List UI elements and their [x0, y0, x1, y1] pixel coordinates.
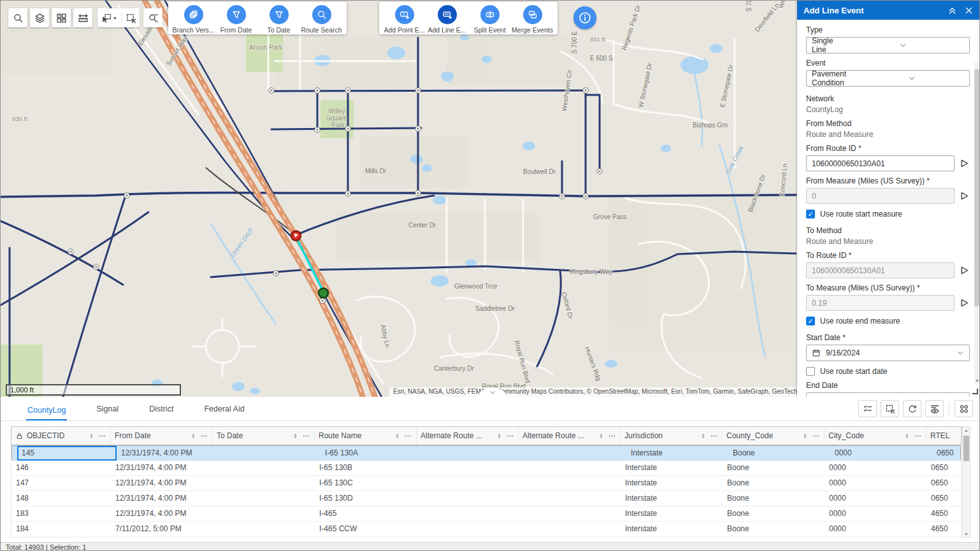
measure-button[interactable] — [73, 8, 92, 27]
table-cell[interactable]: 12/31/1974, 4:00 PM — [117, 446, 219, 461]
table-cell[interactable]: 146 — [11, 461, 111, 475]
table-row[interactable]: 14812/31/1974, 4:00 PMI-65 130DInterstat… — [11, 491, 961, 506]
sort-icon[interactable] — [802, 432, 809, 440]
table-cell[interactable] — [417, 506, 519, 521]
table-cell[interactable]: 0000 — [830, 446, 932, 461]
start-date-input[interactable]: 9/16/2024 — [806, 345, 970, 361]
event-select[interactable]: Pavement Condition — [806, 70, 970, 87]
table-cell[interactable] — [417, 491, 519, 506]
use-route-end-measure-checkbox[interactable]: ✓ Use route end measure — [806, 317, 970, 326]
panel-resize-handle[interactable] — [972, 389, 978, 394]
select-dropdown-caret[interactable] — [112, 15, 119, 22]
table-cell[interactable]: Interstate — [621, 522, 723, 536]
column-header-to-date[interactable]: To Date — [213, 427, 315, 445]
use-route-start-date-checkbox[interactable]: Use route start date — [806, 367, 970, 376]
sort-icon[interactable] — [394, 432, 401, 440]
table-cell[interactable] — [519, 476, 621, 490]
tab-countylog[interactable]: CountyLog — [26, 406, 67, 420]
to-measure-input[interactable]: 0.19 — [806, 295, 955, 311]
toggle-field-visibility-button[interactable] — [925, 400, 944, 417]
table-cell[interactable]: Interstate — [621, 506, 723, 521]
checkbox[interactable]: ✓ — [806, 210, 815, 218]
table-cell[interactable]: 12/31/1974, 4:00 PM — [111, 461, 213, 475]
table-cell[interactable]: Boone — [728, 446, 830, 461]
table-cell[interactable] — [417, 461, 519, 475]
column-menu-icon[interactable] — [710, 432, 718, 440]
pick-from-map-icon[interactable] — [959, 297, 970, 308]
table-cell[interactable]: Interstate — [621, 491, 723, 506]
options-grid-button[interactable] — [955, 400, 973, 417]
table-cell[interactable]: 0000 — [825, 461, 926, 475]
pick-from-map-icon[interactable] — [959, 158, 970, 169]
table-cell[interactable] — [213, 522, 315, 536]
table-cell[interactable]: 0650 — [926, 461, 962, 475]
tool-add-point-e[interactable]: Add Point E... — [383, 5, 426, 34]
table-cell[interactable]: Interstate — [621, 476, 723, 490]
pick-from-map-icon[interactable] — [959, 190, 970, 201]
table-cell[interactable]: I-65 130B — [315, 461, 417, 475]
table-cell[interactable]: Boone — [723, 461, 825, 475]
search-button[interactable] — [8, 8, 27, 27]
column-header-alternate-route-[interactable]: Alternate Route ... — [519, 427, 621, 445]
end-date-input[interactable]: MM/DD/YYYY — [806, 392, 970, 397]
table-cell[interactable]: I-465 — [315, 506, 417, 521]
sort-icon[interactable] — [598, 432, 605, 440]
table-row[interactable]: 14612/31/1974, 4:00 PMI-65 130BInterstat… — [11, 461, 961, 476]
checkbox[interactable]: ✓ — [806, 317, 815, 326]
tool-route-search[interactable]: Route Search — [300, 5, 343, 34]
table-cell[interactable]: 0000 — [825, 476, 926, 490]
table-cell[interactable]: Boone — [723, 476, 825, 490]
column-header-route-name[interactable]: Route Name — [315, 427, 417, 445]
tool-merge-events[interactable]: Merge Events — [511, 5, 554, 34]
table-row[interactable]: 14512/31/1974, 4:00 PMI-65 130AInterstat… — [11, 445, 961, 461]
table-cell[interactable]: 147 — [11, 476, 111, 490]
from-measure-marker[interactable] — [291, 231, 301, 241]
tab-federal-aid[interactable]: Federal Aid — [203, 404, 245, 420]
sort-icon[interactable] — [496, 432, 503, 440]
panel-scrollbar[interactable]: ▼ — [974, 62, 980, 383]
tab-district[interactable]: District — [148, 404, 175, 420]
scrollbar-thumb[interactable] — [974, 69, 980, 306]
clear-selection-button[interactable] — [126, 13, 136, 24]
column-header-city-code[interactable]: City_Code — [825, 427, 926, 445]
tool-branch-vers[interactable]: Branch Vers... — [172, 5, 215, 34]
sort-icon[interactable] — [190, 432, 197, 440]
tool-add-line-e[interactable]: Add Line E... — [426, 5, 468, 34]
table-vertical-scrollbar[interactable]: ▲ ▼ — [962, 426, 970, 538]
table-cell[interactable]: Boone — [723, 491, 825, 506]
attribution-toggle[interactable] — [479, 387, 507, 397]
table-cell[interactable]: Boone — [723, 506, 825, 521]
table-cell[interactable] — [213, 506, 315, 521]
table-cell[interactable] — [519, 506, 621, 521]
column-header-objectid[interactable]: OBJECTID — [11, 427, 111, 445]
scrollbar-thumb[interactable] — [963, 436, 969, 461]
table-cell[interactable] — [519, 461, 621, 475]
table-cell[interactable]: I-65 130A — [321, 446, 422, 461]
column-menu-icon[interactable] — [200, 432, 208, 440]
table-cell[interactable]: 7/11/2012, 5:00 PM — [111, 522, 213, 536]
table-cell[interactable] — [417, 476, 519, 490]
column-header-jurisdiction[interactable]: Jurisdiction — [621, 427, 723, 445]
checkbox[interactable] — [806, 367, 815, 376]
column-header-county-code[interactable]: County_Code — [723, 427, 825, 445]
table-cell[interactable]: 0650 — [926, 491, 962, 506]
table-cell[interactable]: 4650 — [926, 522, 962, 536]
table-cell[interactable] — [213, 491, 315, 506]
table-cell[interactable]: 0000 — [825, 522, 926, 536]
table-cell[interactable]: 145 — [17, 446, 117, 461]
table-row[interactable]: 14712/31/1974, 4:00 PMI-65 130CInterstat… — [11, 476, 961, 491]
table-cell[interactable]: Interstate — [621, 461, 723, 475]
sort-icon[interactable] — [904, 432, 911, 440]
table-cell[interactable]: 12/31/1974, 4:00 PM — [111, 491, 213, 506]
to-measure-marker[interactable] — [319, 289, 328, 298]
table-cell[interactable] — [213, 476, 315, 490]
tab-signal[interactable]: Signal — [95, 404, 120, 420]
table-cell[interactable]: I-65 130D — [315, 491, 417, 506]
column-menu-icon[interactable] — [608, 432, 616, 440]
map-canvas[interactable] — [1, 1, 797, 397]
sort-icon[interactable] — [292, 432, 299, 440]
clear-selection-button[interactable] — [881, 400, 899, 417]
collapse-button[interactable] — [946, 4, 958, 16]
table-cell[interactable]: 0000 — [825, 506, 926, 521]
info-button[interactable] — [573, 6, 596, 29]
